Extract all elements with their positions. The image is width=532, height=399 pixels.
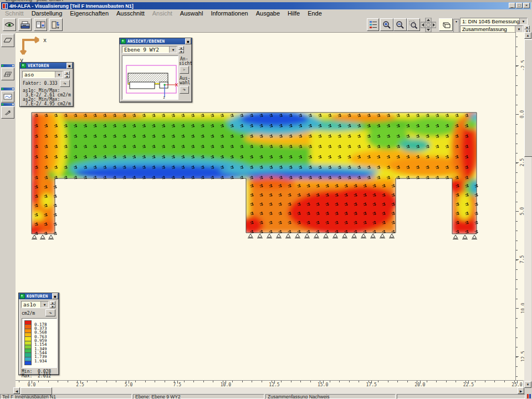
konturen-panel: KONTUREN ■ as1o ▼ ▲ ▼ cm2/m ↷ 0.1780.373… [18,293,59,375]
ruler-tick [213,381,213,382]
menu-item-darstellung[interactable]: Darstellung [28,10,66,17]
max-label: Max: [22,374,32,378]
support-symbol [332,234,338,238]
exit-button[interactable] [49,18,63,31]
scroll-down-icon[interactable]: ▼ [524,381,531,388]
chevron-down-icon[interactable]: ▼ [515,26,523,32]
ruler-tick [516,192,518,192]
ansicht-button[interactable]: ➤ [180,66,189,74]
chevron-down-icon[interactable]: ▼ [55,71,63,78]
ruler-tick [38,381,39,382]
ruler-tick [378,381,378,382]
spinner-down-icon[interactable]: ▼ [64,75,70,79]
vertical-scrollbar[interactable]: ▲ ▼ [524,32,531,388]
ebene-value: Ebene 9 WY2 [122,47,169,53]
view-eye-button[interactable] [3,18,16,31]
refresh-arrow-icon: ↷ [63,81,66,86]
menu-item-ende[interactable]: Ende [304,10,326,17]
konturen-apply-button[interactable]: ↷ [45,309,55,316]
pan-pad[interactable] [421,18,436,32]
scroll-left-icon[interactable]: ◀ [13,387,20,394]
support-symbols [32,234,477,239]
support-symbol [389,234,395,238]
close-icon[interactable]: ■ [66,63,73,69]
ansicht-ebenen-titlebar[interactable]: ANSICHT/EBENEN ■ [120,38,192,44]
close-icon[interactable]: ■ [185,38,191,44]
menu-item-schnitt[interactable]: Schnitt [1,10,28,17]
close-icon[interactable]: ■ [52,293,58,299]
ebene-spinner[interactable]: ▲ ▼ [178,46,184,53]
chevron-down-icon[interactable]: ▼ [169,47,177,53]
isolines-panel-button[interactable] [1,91,14,103]
menu-item-hilfe[interactable]: Hilfe [284,10,304,17]
app-icon [2,3,8,9]
chevron-down-icon[interactable]: ▼ [519,18,527,24]
ebene-combobox[interactable]: Ebene 9 WY2 ▼ [122,46,177,53]
result-list-icon [369,21,377,29]
support-symbol [295,234,300,238]
ruler-label: 10.0 [221,382,231,387]
vektoren-spinner[interactable]: ▲ ▼ [64,71,70,78]
plane-view-button[interactable] [1,34,14,47]
zoom-out-button[interactable] [393,18,407,31]
zoom-in-button[interactable] [380,18,393,31]
minimized-panel-isolinien[interactable] [1,88,14,90]
minimized-panel-netz[interactable] [1,64,14,67]
minimize-button[interactable]: _ [509,3,515,8]
menu-item-informationen[interactable]: Informationen [207,10,252,17]
vector-panel-button[interactable] [1,106,14,119]
support-symbol [323,234,329,238]
ruler-tick [516,376,518,377]
ruler-tick [165,381,165,382]
auswahl-button[interactable]: ↷ [180,86,189,94]
print-button[interactable] [18,18,32,31]
ruler-tick [19,381,19,382]
ruler-tick [339,381,340,382]
result-list-button[interactable] [367,18,379,31]
book-icon [36,21,45,28]
konturen-combobox[interactable]: as1o ▼ [21,301,49,308]
ruler-tick [203,381,204,382]
maximize-button[interactable]: □ [516,3,523,8]
panel-icon [121,39,126,44]
menu-item-ausgabe[interactable]: Ausgabe [252,10,284,17]
scroll-up-icon[interactable]: ▲ [524,32,531,39]
menu-item-ausschnitt[interactable]: Ausschnitt [112,10,149,17]
horizontal-ruler: 0.02.55.07.510.012.515.017.520.022.525.0 [16,380,523,388]
menu-item-eigenschaften[interactable]: Eigenschaften [66,10,112,17]
zoom-window-button[interactable] [407,18,420,31]
printer-icon [21,21,30,29]
horizontal-scrollbar[interactable]: ◀ ▶ [13,387,524,394]
result-value: Zusammenfassung [461,26,515,32]
support-symbol [267,234,272,238]
view-3d-button[interactable] [439,18,453,31]
ruler-label: 22.5 [463,382,474,387]
konturen-titlebar[interactable]: KONTUREN ■ [19,293,59,299]
vertical-scroll-thumb[interactable] [524,39,532,157]
vektoren-apply-button[interactable]: ↷ [60,80,70,87]
spinner-down-icon[interactable]: ▼ [50,305,55,309]
menu-item-ansicht[interactable]: Ansicht [149,10,176,17]
close-button[interactable]: × [523,3,530,8]
scroll-right-icon[interactable]: ▶ [518,387,524,394]
ruler-label: 5.0 [520,207,524,214]
mesh-panel-button[interactable] [1,68,14,80]
chevron-down-icon[interactable]: ▼ [40,301,48,308]
design-code-combobox[interactable]: 1: DIN 1045 Bemessung ▼ [460,18,528,25]
ruler-tick [310,381,311,382]
ruler-tick [516,318,518,319]
window-title: 4H-ALFA - Visualisierung [Teil F Innenau… [9,3,134,9]
vektoren-combobox[interactable]: aso ▼ [22,71,63,78]
menu-item-auswahl[interactable]: Auswahl [176,10,207,17]
konturen-spinner[interactable]: ▲ ▼ [50,301,55,308]
ruler-tick [516,153,518,154]
contour-plot[interactable] [16,32,515,380]
minimized-panel-vektoren2[interactable] [1,103,14,106]
ruler-tick [397,381,398,382]
titlebar: 4H-ALFA - Visualisierung [Teil F Innenau… [1,2,531,9]
ruler-tick [516,124,518,125]
help-book-button[interactable] [34,18,47,31]
vektoren-titlebar[interactable]: VEKTOREN ■ [20,63,73,69]
spinner-down-icon[interactable]: ▼ [178,50,184,54]
view-3d-dropdown[interactable]: ▼ [453,19,459,33]
